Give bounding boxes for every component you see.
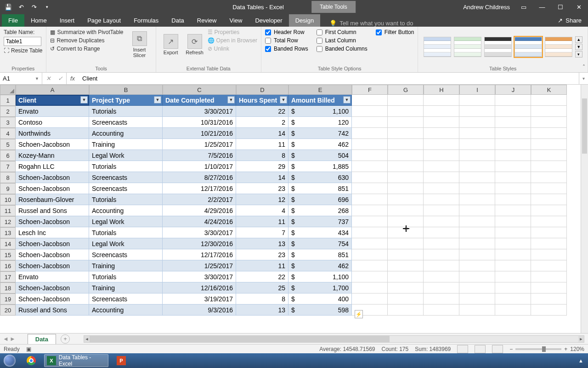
macro-record-icon[interactable]: ▣ — [26, 346, 31, 352]
empty-cell[interactable] — [352, 106, 388, 117]
table-cell[interactable]: Legal Work — [89, 238, 163, 249]
start-button[interactable] — [0, 353, 19, 368]
empty-cell[interactable] — [352, 172, 388, 183]
table-cell[interactable]: 1/10/2017 — [163, 161, 236, 172]
empty-cell[interactable] — [495, 260, 531, 271]
row-header-15[interactable]: 15 — [0, 249, 16, 260]
style-thumb-1[interactable] — [424, 37, 451, 57]
table-cell[interactable]: 11 — [236, 216, 288, 227]
empty-cell[interactable] — [531, 150, 567, 161]
table-cell[interactable]: Lesch Inc — [16, 227, 89, 238]
empty-cell[interactable] — [531, 293, 567, 305]
empty-cell[interactable] — [424, 293, 459, 305]
table-cell[interactable]: Screencasts — [89, 249, 163, 260]
table-name-input[interactable] — [4, 37, 41, 46]
total-row-checkbox[interactable]: Total Row — [265, 37, 308, 44]
worksheet-grid[interactable]: ABCDEFGHIJK1Client▼Project Type▼Date Com… — [0, 85, 588, 333]
empty-cell[interactable] — [388, 282, 424, 293]
formula-input[interactable]: Client — [79, 73, 579, 84]
row-header-20[interactable]: 20 — [0, 305, 16, 316]
table-cell[interactable]: 10/21/2016 — [163, 128, 236, 139]
table-cell[interactable]: 12/17/2016 — [163, 183, 236, 194]
empty-cell[interactable] — [424, 282, 459, 293]
empty-cell[interactable] — [495, 183, 531, 194]
empty-cell[interactable] — [531, 260, 567, 271]
empty-cell[interactable] — [459, 249, 495, 260]
empty-cell[interactable] — [424, 161, 459, 172]
table-cell[interactable]: Accounting — [89, 305, 163, 316]
user-name[interactable]: Andrew Childress — [458, 4, 514, 11]
empty-cell[interactable] — [495, 305, 531, 316]
empty-cell[interactable] — [424, 183, 459, 194]
hscroll-left-icon[interactable]: ◄ — [84, 336, 90, 342]
zoom-slider[interactable] — [515, 348, 561, 350]
table-cell[interactable]: 9/3/2016 — [163, 305, 236, 316]
table-cell[interactable]: 11 — [236, 139, 288, 150]
zoom-in-icon[interactable]: + — [564, 346, 567, 352]
row-header-17[interactable]: 17 — [0, 271, 16, 282]
empty-cell[interactable] — [495, 282, 531, 293]
row-header-6[interactable]: 6 — [0, 150, 16, 161]
table-cell[interactable]: Envato — [16, 271, 89, 282]
cancel-formula-icon[interactable]: ✕ — [42, 75, 54, 82]
empty-cell[interactable] — [424, 128, 459, 139]
sheet-tab-data[interactable]: Data — [28, 334, 56, 344]
row-header-10[interactable]: 10 — [0, 194, 16, 205]
empty-cell[interactable] — [424, 205, 459, 216]
empty-cell[interactable] — [459, 161, 495, 172]
empty-cell[interactable] — [352, 216, 388, 227]
table-cell[interactable]: Training — [89, 139, 163, 150]
style-thumb-4-selected[interactable] — [514, 37, 542, 57]
table-cell[interactable]: 8 — [236, 150, 288, 161]
empty-cell[interactable] — [352, 117, 388, 128]
table-styles-gallery[interactable]: ▲ ▼ ▾ — [424, 36, 582, 58]
empty-cell[interactable] — [424, 260, 459, 271]
table-cell[interactable]: 14 — [236, 172, 288, 183]
filter-dropdown-icon[interactable]: ▼ — [280, 96, 287, 104]
show-hidden-icons-icon[interactable]: ▲ — [578, 358, 583, 363]
empty-cell[interactable] — [424, 139, 459, 150]
column-header-J[interactable]: J — [495, 85, 531, 95]
table-cell[interactable]: 8/27/2016 — [163, 172, 236, 183]
table-cell[interactable]: $120 — [288, 117, 352, 128]
table-header-date-completed[interactable]: Date Completed▼ — [163, 95, 236, 106]
empty-cell[interactable] — [388, 305, 424, 316]
styles-scroll-up-icon[interactable]: ▲ — [575, 36, 582, 43]
empty-cell[interactable] — [459, 216, 495, 227]
row-header-12[interactable]: 12 — [0, 216, 16, 227]
empty-cell[interactable] — [459, 238, 495, 249]
empty-cell[interactable] — [424, 227, 459, 238]
empty-cell[interactable] — [459, 117, 495, 128]
empty-cell[interactable] — [459, 282, 495, 293]
row-header-16[interactable]: 16 — [0, 260, 16, 271]
tab-insert[interactable]: Insert — [53, 14, 81, 27]
filter-dropdown-icon[interactable]: ▼ — [154, 96, 161, 104]
enter-formula-icon[interactable]: ✓ — [54, 75, 66, 82]
styles-more-icon[interactable]: ▾ — [575, 51, 582, 58]
style-thumb-5[interactable] — [545, 37, 572, 57]
table-cell[interactable]: $598 — [288, 305, 352, 316]
row-header-11[interactable]: 11 — [0, 205, 16, 216]
table-cell[interactable]: $1,100 — [288, 271, 352, 282]
empty-cell[interactable] — [459, 183, 495, 194]
empty-cell[interactable] — [495, 194, 531, 205]
banded-rows-checkbox[interactable]: Banded Rows — [265, 45, 308, 52]
empty-cell[interactable] — [424, 95, 459, 106]
tell-me-box[interactable]: 💡 Tell me what you want to do — [320, 20, 551, 27]
empty-cell[interactable] — [388, 161, 424, 172]
empty-cell[interactable] — [495, 227, 531, 238]
row-header-1[interactable]: 1 — [0, 95, 16, 106]
column-header-A[interactable]: A — [16, 85, 89, 95]
maximize-icon[interactable]: ☐ — [551, 0, 570, 14]
table-cell[interactable]: 2 — [236, 117, 288, 128]
empty-cell[interactable] — [352, 249, 388, 260]
row-header-2[interactable]: 2 — [0, 106, 16, 117]
empty-cell[interactable] — [352, 260, 388, 271]
table-cell[interactable]: Tutorials — [89, 271, 163, 282]
empty-cell[interactable] — [495, 216, 531, 227]
expand-formula-bar-icon[interactable]: ▾ — [579, 73, 588, 84]
empty-cell[interactable] — [388, 249, 424, 260]
column-header-G[interactable]: G — [388, 85, 424, 95]
table-cell[interactable]: 25 — [236, 282, 288, 293]
row-header-14[interactable]: 14 — [0, 238, 16, 249]
